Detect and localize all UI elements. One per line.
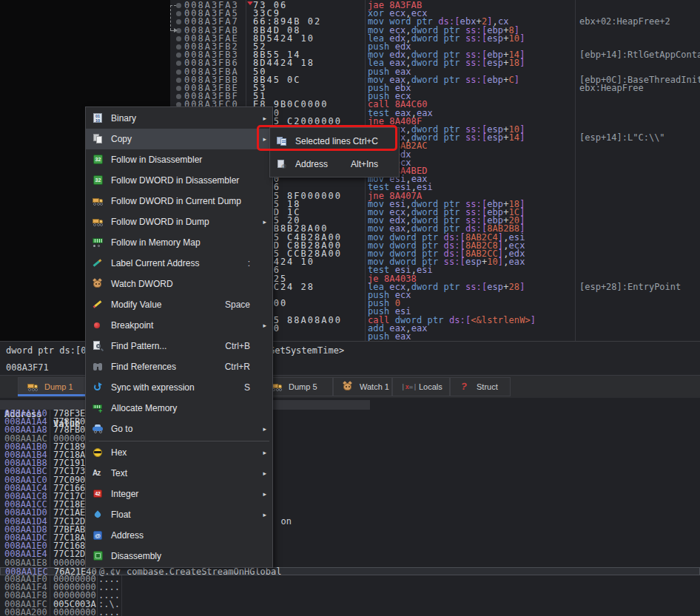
- menu-item-watch-dword[interactable]: Watch DWORD: [86, 274, 272, 294]
- menu-item-sync-with-expression[interactable]: Sync with expressionS: [86, 377, 272, 398]
- submenu-item-address[interactable]: @AddressAlt+Ins: [270, 152, 399, 175]
- info-expression-tail: GetSystemTime>: [269, 345, 344, 356]
- disasm-row[interactable]: 008A3FBE53push ebxebx:HeapFree: [170, 84, 700, 92]
- menu-item-label: Follow DWORD in Current Dump: [111, 196, 241, 206]
- tab-watch-1[interactable]: Watch 1: [333, 377, 392, 396]
- dump-address: 008AA1E8: [4, 559, 47, 567]
- breakpoint-dot[interactable]: [176, 11, 181, 16]
- menu-item-breakpoint[interactable]: Breakpoint▸: [86, 315, 272, 336]
- menu-item-label: Label Current Address: [111, 258, 199, 268]
- menu-shortcut: :: [248, 258, 250, 268]
- menu-shortcut: S: [244, 382, 250, 393]
- breakpoint-dot[interactable]: [176, 94, 181, 99]
- menu-item-allocate-memory[interactable]: +Allocate Memory: [86, 398, 272, 419]
- find-references-icon: [92, 361, 104, 373]
- tab-struct[interactable]: ?Struct: [450, 377, 511, 396]
- instruction-comment: [ebp+14]:RtlGetAppConta: [579, 51, 700, 59]
- submenu-arrow-icon: ▸: [263, 490, 266, 498]
- dump-address: 008AA200: [4, 609, 47, 616]
- jump-taken-icon: [247, 1, 253, 5]
- dump-truck-icon: [92, 216, 104, 228]
- dump-row[interactable]: 008AA20000000000....: [0, 609, 700, 616]
- menu-item-label: Float: [111, 510, 131, 520]
- menu-shortcut: Space: [225, 299, 250, 310]
- instruction-comment: [esp+28]:EntryPoint: [579, 283, 681, 291]
- address-at-icon: @: [92, 529, 104, 541]
- menu-item-label: Copy: [111, 134, 132, 144]
- text-icon: Az: [92, 467, 104, 479]
- debugger-window: 008A3FA373 06jae 8A3FAB008A3FA533C9xor e…: [0, 0, 700, 616]
- menu-item-go-to[interactable]: Go to▸: [86, 419, 272, 439]
- breakpoint-dot[interactable]: [176, 78, 181, 83]
- menu-item-label: Sync with expression: [111, 382, 195, 393]
- submenu-shortcut: Alt+Ins: [351, 159, 378, 169]
- breakpoint-dot[interactable]: [176, 19, 181, 24]
- disasm-row[interactable]: 008A3FBF51push ecx: [170, 92, 700, 101]
- menu-item-label: Binary: [111, 113, 136, 123]
- menu-item-label: Disassembly: [111, 551, 161, 561]
- goto-icon: [92, 423, 104, 435]
- breakpoint-dot[interactable]: [176, 86, 181, 91]
- menu-item-copy[interactable]: Copy▸: [86, 129, 272, 149]
- menu-item-label: Go to: [111, 424, 132, 434]
- dump-ascii: ....: [98, 609, 120, 616]
- modify-pencil-icon: [92, 299, 104, 311]
- disasm-row[interactable]: 008A3FA373 06jae 8A3FAB: [170, 1, 700, 10]
- submenu-arrow-icon: ▸: [263, 218, 266, 226]
- dump-truck-icon: [27, 381, 39, 393]
- menu-item-binary[interactable]: 01 10Binary▸: [86, 108, 272, 129]
- dump-value: 00000000: [53, 609, 96, 616]
- menu-item-modify-value[interactable]: Modify ValueSpace: [86, 294, 272, 315]
- menu-item-hex[interactable]: Hex▸: [86, 442, 272, 463]
- memory-map-icon: [92, 237, 104, 248]
- status-address: 008A3F71: [6, 362, 49, 373]
- menu-item-float[interactable]: Float▸: [86, 504, 272, 525]
- menu-item-text[interactable]: AzText▸: [86, 463, 272, 484]
- menu-item-disassembly[interactable]: Disassembly: [86, 546, 272, 566]
- menu-item-find-pattern[interactable]: Find Pattern...Ctrl+B: [86, 336, 272, 356]
- breakpoint-dot[interactable]: [176, 44, 181, 50]
- submenu-arrow-icon: ▸: [263, 322, 266, 329]
- info-expression: dword ptr ds:[00: [6, 345, 92, 356]
- disasm-row[interactable]: 008A3FAE8D5424 10lea edx,dword ptr ss:[e…: [170, 35, 700, 43]
- menu-item-follow-in-memory-map[interactable]: Follow in Memory Map: [86, 232, 272, 253]
- submenu-arrow-icon: ▸: [263, 449, 266, 456]
- submenu-arrow-icon: ▸: [263, 425, 266, 433]
- menu-item-follow-dword-in-disassembler[interactable]: 32Follow DWORD in Disassembler: [86, 170, 272, 191]
- menu-shortcut: Ctrl+B: [225, 341, 250, 351]
- float-drop-icon: [92, 509, 104, 521]
- menu-item-label: Follow in Memory Map: [111, 237, 201, 248]
- highlight-box: [257, 125, 397, 151]
- menu-item-find-references[interactable]: Find ReferencesCtrl+R: [86, 356, 272, 377]
- submenu-item-label: Address: [295, 159, 328, 169]
- menu-item-label-current-address[interactable]: Label Current Address:: [86, 253, 272, 274]
- disasm-row[interactable]: 008A3FB68D4424 18lea eax,dword ptr ss:[e…: [170, 59, 700, 67]
- label-address-icon: [92, 257, 104, 269]
- menu-item-follow-dword-in-dump[interactable]: Follow DWORD in Dump▸: [86, 211, 272, 232]
- menu-item-follow-in-disassembler[interactable]: 32Follow in Disassembler: [86, 149, 272, 170]
- menu-item-follow-dword-in-current-dump[interactable]: Follow DWORD in Current Dump: [86, 191, 272, 211]
- instruction-text: push eax: [368, 333, 411, 341]
- sync-icon: [92, 382, 104, 393]
- menu-item-address[interactable]: @Address: [86, 525, 272, 546]
- menu-item-label: Follow in Disassembler: [111, 155, 202, 165]
- breakpoint-dot[interactable]: [176, 61, 181, 66]
- breakpoint-dot[interactable]: [176, 70, 181, 75]
- context-menu: 01 10Binary▸Copy▸32Follow in Disassemble…: [85, 106, 273, 568]
- integer-icon: 42: [92, 488, 104, 500]
- tab-dump-1[interactable]: Dump 1: [18, 377, 89, 396]
- watch-icon: [92, 278, 104, 290]
- submenu-arrow-icon: ▸: [263, 470, 266, 477]
- tab-locals[interactable]: |x=|Locals: [392, 377, 450, 396]
- breakpoint-dot[interactable]: [176, 36, 181, 41]
- locals-icon: |x=|: [401, 381, 414, 393]
- binary-icon: 01 10: [92, 112, 104, 124]
- submenu-arrow-icon: ▸: [263, 511, 266, 518]
- breakpoint-dot[interactable]: [176, 53, 181, 58]
- menu-item-integer[interactable]: 42Integer▸: [86, 484, 272, 504]
- find-pattern-icon: [92, 340, 104, 352]
- menu-item-label: Address: [111, 530, 144, 541]
- breakpoint-dot[interactable]: [176, 3, 181, 8]
- tab-label: Watch 1: [360, 382, 389, 391]
- struct-icon: ?: [459, 381, 471, 393]
